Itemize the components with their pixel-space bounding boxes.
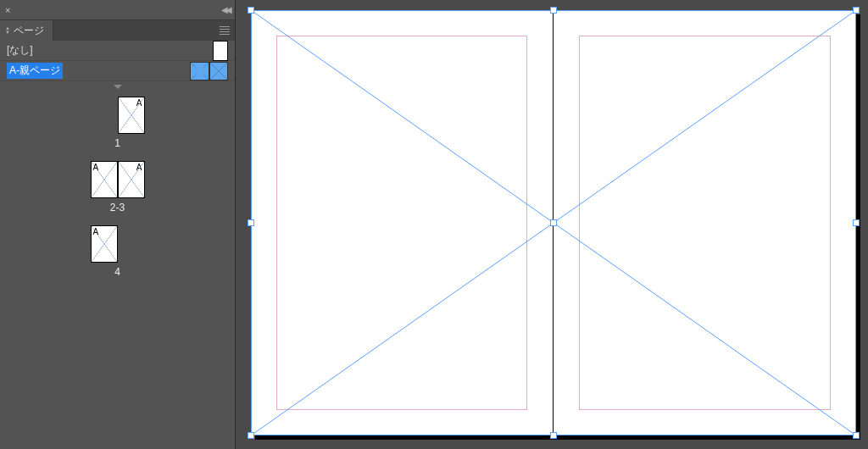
- page-label: 2-3: [110, 202, 125, 213]
- selection-handle-tl[interactable]: [248, 7, 254, 14]
- selection-handle-bl[interactable]: [248, 432, 254, 439]
- panel-tab-row: ▲▼ ページ: [0, 20, 235, 41]
- page-prefix: A: [136, 98, 142, 108]
- page-group-2-3[interactable]: A A 2-3: [0, 161, 235, 213]
- selection-handle-br[interactable]: [853, 432, 860, 439]
- master-item-none[interactable]: [なし]: [0, 41, 235, 61]
- master-thumb-spread: [190, 62, 228, 80]
- selection-handle-ml[interactable]: [248, 219, 254, 226]
- master-item-a[interactable]: A-親ページ: [0, 61, 235, 81]
- document-canvas[interactable]: [251, 10, 856, 435]
- page-prefix: A: [136, 163, 142, 172]
- page-thumb-2[interactable]: A: [91, 161, 118, 198]
- page-thumb-3[interactable]: A: [118, 161, 145, 198]
- selection-handle-tr[interactable]: [853, 7, 860, 14]
- master-label: A-親ページ: [7, 63, 63, 79]
- panel-menu-button[interactable]: [214, 20, 235, 41]
- master-label: [なし]: [7, 43, 33, 58]
- panel-close-icon[interactable]: ×: [5, 5, 10, 15]
- page-thumb-4[interactable]: A: [91, 225, 118, 263]
- sort-icon: ▲▼: [5, 26, 10, 35]
- page-prefix: A: [93, 163, 99, 172]
- panel-tab-label: ページ: [14, 24, 44, 38]
- selection-handle-tc[interactable]: [550, 7, 557, 14]
- page-group-4[interactable]: A 4: [0, 225, 235, 278]
- page-prefix: A: [93, 227, 99, 236]
- spread-frame: [251, 10, 856, 435]
- panel-collapse-icon[interactable]: ◀◀: [221, 5, 230, 14]
- selection-handle-mr[interactable]: [853, 219, 860, 226]
- page-label: 4: [114, 266, 120, 278]
- pages-panel: × ◀◀ ▲▼ ページ [なし] A-親ページ: [0, 0, 236, 449]
- panel-tab-pages[interactable]: ▲▼ ページ: [0, 20, 53, 41]
- page-group-1[interactable]: A 1: [0, 97, 235, 149]
- page-label: 1: [114, 137, 120, 149]
- master-thumb-none: [213, 41, 228, 61]
- selection-handle-mc[interactable]: [550, 219, 557, 226]
- selection-handle-bc[interactable]: [550, 432, 557, 439]
- page-thumb-1[interactable]: A: [118, 97, 145, 134]
- hamburger-icon: [220, 26, 230, 35]
- panel-header: × ◀◀: [0, 0, 235, 20]
- pages-list: A 1 A A 2-3 A 4: [0, 81, 235, 408]
